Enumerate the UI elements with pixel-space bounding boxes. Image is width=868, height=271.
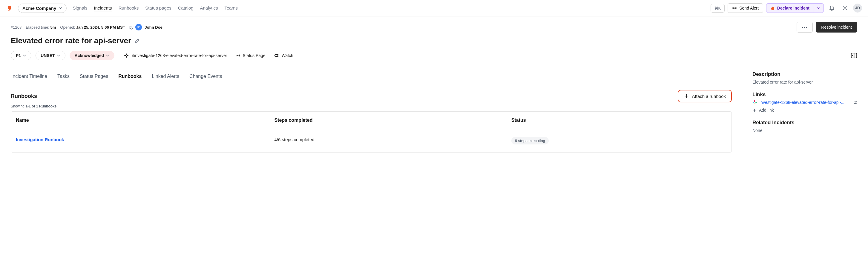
runbook-status-badge: 6 steps executing	[512, 137, 549, 144]
svg-rect-3	[124, 55, 126, 56]
watch-label: Watch	[282, 53, 293, 58]
add-link-label: Add link	[759, 108, 774, 112]
declare-incident-chevron[interactable]	[814, 3, 824, 13]
broadcast-icon	[732, 6, 737, 10]
nav-signals[interactable]: Signals	[72, 4, 87, 12]
nav-incidents[interactable]: Incidents	[94, 4, 112, 12]
plus-icon	[752, 108, 756, 112]
nav-teams[interactable]: Teams	[224, 4, 238, 12]
author-name: John Doe	[145, 25, 162, 30]
topnav-right: ⌘K Send Alert Declare incident JD	[711, 3, 862, 13]
slack-link[interactable]: investigate-1268-elevated-error-rate-for…	[760, 100, 851, 105]
tab-change-events[interactable]: Change Events	[189, 71, 222, 83]
more-actions-button[interactable]: •••	[797, 22, 813, 33]
eye-icon	[274, 54, 279, 58]
pencil-icon	[135, 38, 140, 43]
priority-pill[interactable]: P1	[11, 51, 31, 60]
link-row: investigate-1268-elevated-error-rate-for…	[752, 100, 857, 105]
company-name: Acme Company	[22, 6, 56, 11]
plus-icon	[684, 93, 689, 99]
tab-timeline[interactable]: Incident Timeline	[11, 71, 48, 83]
col-name: Name	[16, 117, 274, 123]
watch-button[interactable]: Watch	[274, 53, 293, 58]
svg-rect-11	[753, 102, 754, 103]
tab-tasks[interactable]: Tasks	[57, 71, 70, 83]
topnav: Acme Company Signals Incidents Runbooks …	[0, 0, 868, 16]
description-text: Elevated error rate for api-server	[752, 80, 857, 84]
tab-linked-alerts[interactable]: Linked Alerts	[151, 71, 180, 83]
opened-by: by JD John Doe	[129, 24, 162, 30]
chevron-down-icon	[23, 54, 26, 57]
incident-id: #1268	[11, 25, 22, 30]
incident-meta-row: #1268 Elapsed time: 5m Opened: Jan 25, 2…	[11, 22, 857, 33]
nav-links: Signals Incidents Runbooks Status pages …	[72, 4, 238, 12]
svg-rect-13	[755, 102, 757, 103]
panel-collapse-icon	[851, 52, 857, 59]
svg-rect-10	[754, 100, 755, 102]
add-link-button[interactable]: Add link	[752, 108, 857, 112]
severity-label: UNSET	[41, 53, 55, 58]
attach-runbook-button[interactable]: Attach a runbook	[678, 90, 732, 102]
runbooks-heading: Runbooks	[11, 93, 37, 99]
nav-analytics[interactable]: Analytics	[200, 4, 218, 12]
runbook-steps: 4/6 steps completed	[274, 137, 511, 144]
nav-runbooks[interactable]: Runbooks	[119, 4, 139, 12]
status-page-label: Status Page	[243, 53, 265, 58]
svg-rect-12	[755, 103, 756, 104]
status-pill[interactable]: Acknowledged	[70, 51, 115, 60]
send-alert-button[interactable]: Send Alert	[727, 3, 763, 13]
svg-rect-4	[126, 56, 127, 58]
send-alert-label: Send Alert	[739, 6, 759, 10]
severity-pill[interactable]: UNSET	[35, 51, 65, 60]
svg-point-0	[734, 8, 735, 9]
svg-rect-8	[851, 53, 857, 58]
command-palette-button[interactable]: ⌘K	[711, 4, 725, 12]
related-incidents-section: Related Incidents None	[752, 120, 857, 133]
runbook-name-link[interactable]: Investigation Runbook	[16, 137, 274, 144]
tab-status-pages[interactable]: Status Pages	[79, 71, 109, 83]
company-dropdown[interactable]: Acme Company	[18, 4, 67, 13]
toggle-panel-button[interactable]	[851, 52, 857, 59]
nav-catalog[interactable]: Catalog	[178, 4, 193, 12]
description-heading: Description	[752, 71, 857, 77]
notifications-button[interactable]	[827, 3, 837, 13]
settings-button[interactable]	[840, 3, 850, 13]
nav-status-pages[interactable]: Status pages	[145, 4, 172, 12]
related-heading: Related Incidents	[752, 120, 857, 126]
slack-icon	[124, 53, 129, 58]
main-layout: Incident Timeline Tasks Status Pages Run…	[11, 71, 857, 153]
main-left: Incident Timeline Tasks Status Pages Run…	[11, 71, 732, 153]
bell-icon	[829, 5, 835, 11]
col-steps: Steps completed	[274, 117, 511, 123]
svg-point-7	[276, 55, 277, 57]
runbooks-table: Name Steps completed Status Investigatio…	[11, 111, 732, 153]
showing-count: Showing 1-1 of 1 Runbooks	[11, 104, 732, 108]
edit-title-button[interactable]	[135, 38, 140, 43]
user-avatar[interactable]: JD	[853, 4, 862, 12]
table-header: Name Steps completed Status	[11, 112, 732, 129]
chevron-down-icon	[817, 6, 820, 10]
runbooks-section-header: Runbooks Attach a runbook	[11, 90, 732, 102]
chevron-down-icon	[106, 54, 109, 57]
col-status: Status	[512, 117, 727, 123]
links-section: Links investigate-1268-elevated-error-ra…	[752, 92, 857, 112]
attach-runbook-label: Attach a runbook	[692, 94, 726, 99]
priority-label: P1	[16, 53, 21, 58]
slack-channel-text: #investigate-1268-elevated-error-rate-fo…	[132, 53, 227, 58]
related-text: None	[752, 128, 857, 133]
resolve-incident-button[interactable]: Resolve incident	[816, 22, 857, 33]
external-link-icon[interactable]	[853, 100, 857, 104]
slack-icon	[752, 100, 757, 105]
svg-rect-5	[127, 55, 128, 56]
incident-title: Elevated error rate for api-server	[11, 36, 131, 45]
svg-rect-2	[126, 54, 127, 55]
slack-channel-link[interactable]: #investigate-1268-elevated-error-rate-fo…	[124, 53, 227, 58]
product-logo-icon[interactable]	[6, 4, 14, 12]
declare-incident-button[interactable]: Declare incident	[766, 3, 814, 13]
incident-tabs: Incident Timeline Tasks Status Pages Run…	[11, 71, 732, 83]
svg-point-6	[238, 55, 238, 56]
pills-row: P1 UNSET Acknowledged #investigate-1268-…	[11, 51, 857, 66]
description-section: Description Elevated error rate for api-…	[752, 71, 857, 84]
status-page-link[interactable]: Status Page	[236, 53, 265, 58]
tab-runbooks[interactable]: Runbooks	[118, 71, 142, 83]
